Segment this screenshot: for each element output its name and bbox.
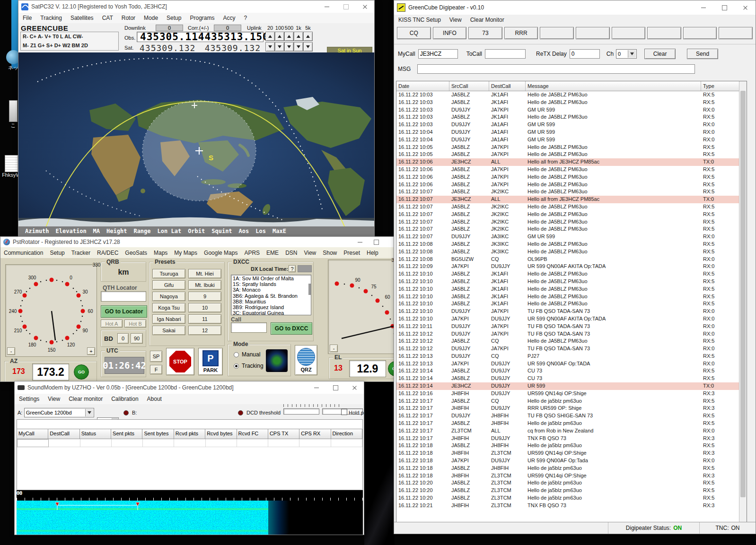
table-row[interactable]: 16.11.22 10:03 DU9JJY JA1AFI GM UR 599 R… bbox=[396, 121, 747, 129]
menu-item[interactable]: Satellites bbox=[66, 13, 98, 23]
table-row[interactable]: 16.11.22 10:18 JA5BLZ JH8FIH Hello de ja… bbox=[396, 465, 747, 472]
table-row[interactable]: 16.11.22 10:18 JH8FIH ZL3TCM UR599 QN14q… bbox=[396, 472, 747, 480]
table-row[interactable]: 16.11.22 10:06 JA5BLZ JA7KPI Hello de JA… bbox=[396, 166, 747, 173]
table-row[interactable]: 16.11.22 10:03 JA5BLZ JK1AFI Hello de JA… bbox=[396, 113, 747, 121]
table-row[interactable]: 16.11.22 10:11 DU9JJY JA7KPI TU FB QSO T… bbox=[396, 323, 747, 330]
maximize-button[interactable] bbox=[714, 0, 735, 15]
quick-message-button[interactable] bbox=[719, 27, 753, 39]
menu-item[interactable]: Communication bbox=[0, 248, 46, 258]
column-header-message[interactable]: Message bbox=[526, 81, 701, 91]
menu-item[interactable]: Clear monitor bbox=[64, 394, 107, 404]
table-row[interactable]: 16.11.22 10:07 JA5BLZ JK2IKC Hello de JA… bbox=[396, 211, 747, 218]
table-row[interactable]: 16.11.22 10:06 JE3HCZ ALL Hello all from… bbox=[396, 158, 747, 166]
table-row[interactable]: 16.11.22 10:14 JE3HCZ DU9JJY UR 599 TX:0 bbox=[396, 382, 747, 390]
menu-item[interactable]: Accy bbox=[219, 13, 239, 23]
menu-item[interactable]: Settings bbox=[15, 394, 44, 404]
menu-item[interactable]: Rotor bbox=[117, 13, 140, 23]
table-row[interactable]: 16.11.22 10:08 BG5UZW CQ OL96PB RX:0 bbox=[396, 256, 747, 263]
step-down-button[interactable] bbox=[284, 42, 294, 52]
channel-a-select[interactable]: GreenCube 1200bd bbox=[24, 408, 94, 417]
chevron-down-icon[interactable] bbox=[628, 50, 636, 58]
table-row[interactable]: 16.11.22 10:05 JA5BLZ JA7KPI Hello de JA… bbox=[396, 151, 747, 158]
table-scrollbar[interactable] bbox=[739, 81, 747, 522]
table-row[interactable]: 16.11.22 10:03 DU9JJY JA7KPI GM UR 599 R… bbox=[396, 106, 747, 114]
preset-button[interactable]: Tsuruga bbox=[152, 269, 185, 278]
column-header[interactable]: Rcvd FC bbox=[237, 429, 268, 439]
menu-item[interactable]: Preset bbox=[340, 248, 363, 258]
hot-b-button[interactable]: Hot B bbox=[124, 320, 146, 328]
stop-button[interactable]: STOP bbox=[166, 348, 194, 375]
column-header[interactable]: Sent bytes bbox=[142, 429, 174, 439]
msg-input[interactable] bbox=[417, 64, 695, 74]
satpc32-titlebar[interactable]: SatPC32 V. 12.10 [Registered to Yosh Tod… bbox=[18, 0, 374, 13]
table-row[interactable]: 16.11.22 10:17 DU9JJY JH8FIH TU FB QSO S… bbox=[396, 412, 747, 420]
table-row[interactable]: 16.11.22 10:12 DU9JJY JA7KPI TU FB QSO T… bbox=[396, 330, 747, 338]
send-button[interactable]: Send bbox=[687, 49, 718, 59]
table-row[interactable]: 16.11.22 10:12 JA5BLZ CQ Hello de JA5BLZ… bbox=[396, 337, 747, 345]
menu-item[interactable]: Mode bbox=[140, 13, 162, 23]
table-row[interactable]: 16.11.22 10:10 DU9JJY JA7KPI TU FB QSO T… bbox=[396, 308, 747, 315]
el-minus-button[interactable]: - bbox=[330, 345, 338, 352]
dxcc-list-item[interactable]: 3B8: Mauritius bbox=[233, 299, 311, 304]
menu-item[interactable]: EME bbox=[263, 248, 282, 258]
table-row[interactable]: 16.11.22 10:13 DU9JJY CQ PJ27 RX:5 bbox=[396, 353, 747, 360]
bd-0-button[interactable]: 0 bbox=[117, 333, 129, 344]
preset-button[interactable]: Gifu bbox=[152, 280, 185, 290]
tracking-radio[interactable] bbox=[234, 363, 239, 369]
preset-button[interactable]: Mt. Hiei bbox=[188, 269, 221, 278]
scrollbar-thumb[interactable] bbox=[740, 91, 746, 497]
table-row[interactable]: 16.11.22 10:07 JA5BLZ JK2IKC Hello de JA… bbox=[396, 225, 747, 233]
channel-select[interactable]: 0 bbox=[616, 49, 637, 59]
minimize-button[interactable] bbox=[307, 381, 326, 394]
go-to-locator-button[interactable]: GO to Locator bbox=[101, 305, 147, 318]
table-row[interactable]: 16.11.22 10:06 JA5BLZ JA7KPI Hello de JA… bbox=[396, 181, 747, 189]
column-header[interactable]: MyCall bbox=[17, 429, 48, 439]
column-header[interactable]: CPS TX bbox=[268, 429, 299, 439]
clear-button[interactable]: Clear bbox=[644, 49, 676, 59]
az-minus-button[interactable]: - bbox=[7, 347, 15, 355]
sp-button[interactable]: SP bbox=[150, 351, 162, 362]
table-row[interactable]: 16.11.22 10:10 JA5BLZ JK1AFI Hello de JA… bbox=[396, 285, 747, 293]
menu-item[interactable]: View bbox=[300, 248, 319, 258]
satellite-world-map[interactable]: S bbox=[18, 52, 374, 227]
table-row[interactable]: 16.11.22 10:07 JA5BLZ JK2IKC Hello de JA… bbox=[396, 188, 747, 196]
minimize-button[interactable] bbox=[693, 0, 714, 15]
table-row[interactable]: 16.11.22 10:09 JA7KPI DU9JJY UR 599 QN00… bbox=[396, 263, 747, 270]
manual-radio[interactable] bbox=[234, 352, 239, 357]
menu-item[interactable]: APRS bbox=[241, 248, 263, 258]
table-row[interactable]: 16.11.22 10:07 JA5BLZ JK2IKC Hello de JA… bbox=[396, 203, 747, 211]
az-field[interactable]: 173.2 bbox=[32, 363, 69, 381]
pstrotator-titlebar[interactable]: PstRotator - Registered to JE3HCZ v17.28 bbox=[0, 237, 394, 247]
table-row[interactable]: 16.11.22 10:16 JH8FIH DU9JJY UR599 QN14q… bbox=[396, 390, 747, 398]
column-header-srccall[interactable]: SrcCall bbox=[449, 81, 489, 91]
minimize-button[interactable] bbox=[317, 0, 336, 13]
dxcc-list-item[interactable]: 3B6: Agalega & St. Brandon bbox=[233, 293, 311, 299]
table-row[interactable]: 16.11.22 10:07 JA5BLZ JK2IKC Hello de JA… bbox=[396, 218, 747, 226]
menu-item[interactable]: ? bbox=[240, 13, 252, 23]
dxcc-list-item[interactable]: 1S: Spratly Islands bbox=[233, 281, 311, 287]
table-row[interactable]: 16.11.22 10:17 JA5BLZ JH8FIH Hello de ja… bbox=[396, 420, 747, 427]
quick-message-button[interactable] bbox=[647, 27, 681, 39]
quick-message-button[interactable]: 73 bbox=[468, 27, 502, 39]
preset-button[interactable]: Sakai bbox=[152, 326, 185, 335]
table-row[interactable]: 16.11.22 10:04 DU9JJY JA1AFI GM UR 599 R… bbox=[396, 136, 747, 144]
column-header[interactable]: Direction bbox=[331, 429, 362, 439]
table-row[interactable]: 16.11.22 10:17 JH8FIH DU9JJY RRR UR599 O… bbox=[396, 405, 747, 412]
step-up-button[interactable] bbox=[303, 32, 313, 41]
menu-item[interactable]: Tracking bbox=[36, 13, 66, 23]
quick-message-button[interactable]: CQ bbox=[397, 27, 431, 39]
preset-button[interactable]: Nagoya bbox=[152, 292, 185, 301]
quick-message-button[interactable] bbox=[683, 27, 717, 39]
preset-button[interactable]: Iga Nabari bbox=[152, 314, 185, 324]
mode-tracking-option[interactable]: Tracking bbox=[234, 363, 264, 369]
menu-item[interactable]: Show bbox=[319, 248, 340, 258]
menu-item[interactable]: My Maps bbox=[171, 248, 201, 258]
close-button[interactable] bbox=[355, 0, 374, 13]
menu-item[interactable]: Clear Monitor bbox=[466, 15, 509, 25]
quick-message-button[interactable] bbox=[540, 27, 574, 39]
menu-item[interactable]: GeoSats bbox=[122, 248, 150, 258]
selected-cell[interactable] bbox=[17, 439, 49, 447]
soundmodem-titlebar[interactable]: SoundModem by UZ7HO - Ver 0.05b - [Green… bbox=[15, 381, 364, 394]
preset-button[interactable]: Koga Tsu bbox=[152, 303, 185, 312]
dxcc-list-item[interactable]: 3C: Equatorial Guinea bbox=[233, 310, 311, 315]
